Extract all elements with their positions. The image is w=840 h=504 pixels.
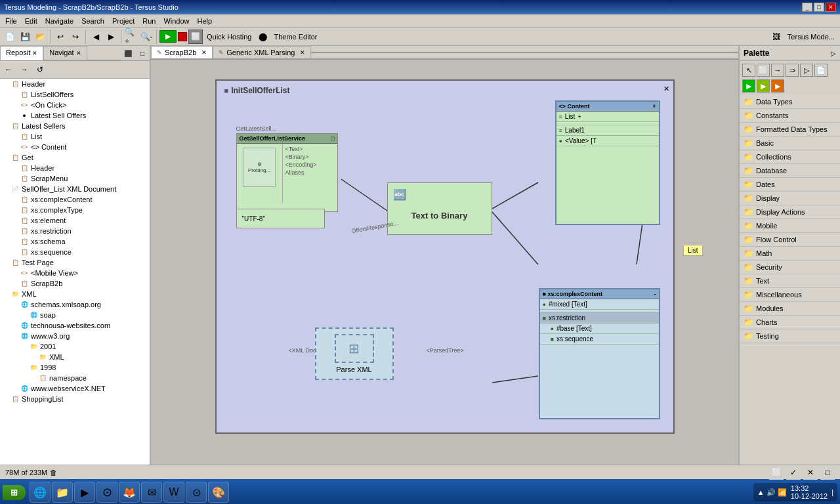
tree-item[interactable]: 🌐schemas.xmlsoap.org [0, 299, 150, 310]
menu-search[interactable]: Search [77, 16, 108, 26]
tree-nav-back[interactable]: ← [1, 62, 16, 77]
taskbar-paint-button[interactable]: 🎨 [208, 482, 229, 503]
palette-run3-icon[interactable]: ▶ [771, 79, 784, 93]
tree-item[interactable]: 📋xs:schema [0, 236, 150, 247]
palette-section-modules-header[interactable]: 📁 Modules [740, 302, 840, 315]
tab-repository[interactable]: Reposit✕ [0, 46, 43, 60]
tree-nav-forward[interactable]: → [17, 62, 32, 77]
palette-expand-icon[interactable]: ▷ [831, 50, 836, 57]
quick-hosting-icon[interactable]: ⬤ [255, 30, 270, 44]
palette-section-testing-header[interactable]: 📁 Testing [740, 329, 840, 343]
taskbar-chrome-button[interactable]: ⊙ [96, 482, 117, 503]
restriction-header-row[interactable]: ■ xs:restriction [540, 313, 659, 324]
service-node-collapse[interactable]: □ [331, 135, 334, 142]
stop-button[interactable] [178, 32, 187, 41]
palette-arrow-icon[interactable]: → [771, 64, 784, 77]
service-node[interactable]: GetSellOfferListService □ ⚙Probing... <T… [236, 133, 338, 212]
menu-project[interactable]: Project [108, 16, 138, 26]
taskbar-firefox-button[interactable]: 🦊 [119, 482, 140, 503]
tree-item[interactable]: 🌐technousa-websites.com [0, 320, 150, 331]
taskbar-word-button[interactable]: W [163, 482, 184, 503]
palette-double-arrow-icon[interactable]: ⇒ [786, 64, 799, 77]
tree-item[interactable]: 📋xs:sequence [0, 247, 150, 257]
taskbar-media-button[interactable]: ▶ [74, 482, 95, 503]
tree-item[interactable]: 📋Test Page [0, 257, 150, 268]
tab-navigator-close[interactable]: ✕ [76, 50, 81, 56]
tree-item[interactable]: 📋xs:restriction [0, 226, 150, 236]
palette-section-security-header[interactable]: 📁 Security [740, 261, 840, 274]
palette-section-mobile-header[interactable]: 📁 Mobile [740, 219, 840, 232]
back-button[interactable]: ◀ [89, 30, 103, 44]
tree-item[interactable]: 🌐soap [0, 310, 150, 320]
tree-item[interactable]: 📁2001 [0, 341, 150, 352]
content-expand[interactable]: + [652, 103, 656, 110]
base-row[interactable]: ● #base [Text] [540, 324, 659, 334]
palette-section-text-header[interactable]: 📁 Text [740, 274, 840, 287]
undo-button[interactable]: ↩ [53, 30, 68, 44]
canvas-area[interactable]: ■ InitSellOfferList ✕ GetLatestSell... G… [151, 60, 738, 465]
label1-row[interactable]: ≡ Label1 [556, 125, 659, 136]
tree-item[interactable]: <><> Content [0, 142, 150, 152]
status-btn1[interactable]: ⬜ [769, 465, 784, 480]
tree-item[interactable]: 🌐www.w3.org [0, 331, 150, 341]
value-row[interactable]: ● <Value> [T [556, 136, 659, 146]
palette-section-constants-header[interactable]: 📁 Constants [740, 109, 840, 122]
tersus-mode-icon[interactable]: 🖼 [769, 30, 784, 44]
palette-section-collections-header[interactable]: 📁 Collections [740, 150, 840, 163]
taskbar-explorer-button[interactable]: 📁 [52, 482, 73, 503]
redo-button[interactable]: ↪ [68, 30, 83, 44]
status-btn3[interactable]: ✕ [803, 465, 818, 480]
tree-item[interactable]: 📋ListSellOffers [0, 89, 150, 100]
list-expand-btn[interactable]: + [578, 114, 581, 120]
panel-minimize-button[interactable]: ⬛ [121, 46, 135, 60]
complex-content-node[interactable]: ■ xs:complexContent - ● #mixed [Text] ■ … [539, 288, 660, 419]
palette-run2-icon[interactable]: ▶ [757, 79, 770, 93]
menu-edit[interactable]: Edit [21, 16, 41, 26]
parse-xml-node[interactable]: ⊞ Parse XML [315, 327, 394, 380]
palette-run1-icon[interactable]: ▶ [742, 79, 755, 93]
tree-item[interactable]: 📋xs:complexContent [0, 194, 150, 205]
tree-item[interactable]: 📋ScrapB2b [0, 278, 150, 289]
palette-section-misc-header[interactable]: 📁 Miscellaneous [740, 288, 840, 301]
save-button[interactable]: 💾 [18, 30, 32, 44]
palette-section-display-header[interactable]: 📁 Display [740, 192, 840, 205]
tree-item[interactable]: 📋Header [0, 163, 150, 173]
tree-item[interactable]: 📋xs:element [0, 215, 150, 226]
menu-navigate[interactable]: Navigate [41, 16, 77, 26]
tree-item[interactable]: 📁1998 [0, 362, 150, 373]
tree-item[interactable]: 📋Header [0, 79, 150, 89]
tree-item[interactable]: 📁XML [0, 352, 150, 362]
tree-item[interactable]: 📋Get [0, 152, 150, 163]
tree-item[interactable]: 📄SellOffer_List XML Document [0, 184, 150, 194]
palette-section-basic-header[interactable]: 📁 Basic [740, 136, 840, 150]
tree-item[interactable]: 📋List [0, 131, 150, 142]
palette-doc-icon[interactable]: 📄 [814, 64, 828, 77]
palette-rect-icon[interactable]: ⬜ [757, 64, 770, 77]
minimize-button[interactable]: _ [802, 3, 812, 12]
tree-item[interactable]: 🌐www.webserviceX.NET [0, 383, 150, 394]
palette-section-database-header[interactable]: 📁 Database [740, 164, 840, 177]
tab-scrapb2b-close[interactable]: ✕ [201, 49, 207, 56]
tab-scrapb2b[interactable]: ✎ ScrapB2b ✕ [151, 46, 213, 58]
panel-maximize-button[interactable]: □ [135, 46, 150, 60]
run-button[interactable]: ▶ [159, 30, 177, 43]
tree-item[interactable]: <><Mobile View> [0, 268, 150, 278]
palette-section-dates-header[interactable]: 📁 Dates [740, 178, 840, 191]
forward-button[interactable]: ▶ [104, 30, 118, 44]
palette-section-datatypes-header[interactable]: 📁 Data Types [740, 95, 840, 108]
utf8-node[interactable]: "UTF-8" [236, 209, 325, 228]
zoom-in-button[interactable]: 🔍+ [124, 30, 138, 44]
tab-navigator[interactable]: Navigat✕ [43, 46, 87, 60]
taskbar-ie-button[interactable]: 🌐 [30, 482, 51, 503]
start-button[interactable]: ⊞ [3, 485, 26, 500]
palette-section-formatted-header[interactable]: 📁 Formatted Data Types [740, 123, 840, 136]
taskbar-chrome2-button[interactable]: ⊙ [186, 482, 207, 503]
palette-section-math-header[interactable]: 📁 Math [740, 247, 840, 260]
tree-item[interactable]: 📋xs:complexType [0, 205, 150, 215]
palette-select-icon[interactable]: ↖ [742, 64, 755, 77]
status-btn2[interactable]: ✓ [786, 465, 801, 480]
tab-generic-xml[interactable]: ✎ Generic XML Parsing ✕ [213, 46, 311, 58]
diagram-close-button[interactable]: ✕ [663, 85, 669, 93]
content-list-row[interactable]: ≡ List + [556, 112, 659, 122]
tree-item[interactable]: 📁XML [0, 289, 150, 299]
